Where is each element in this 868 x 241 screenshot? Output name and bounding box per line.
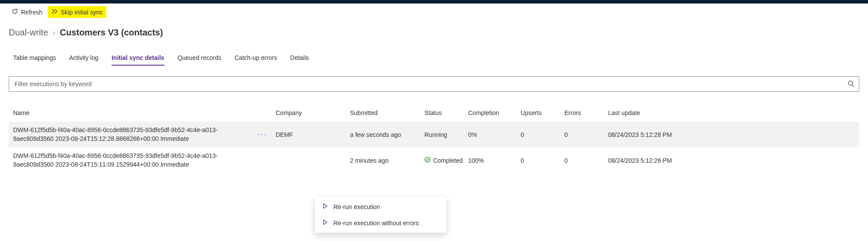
col-completion[interactable]: Completion <box>468 109 521 116</box>
app-top-bar <box>0 0 868 3</box>
filter-input[interactable] <box>14 80 844 88</box>
row-actions-button[interactable]: ··· <box>249 130 276 139</box>
cell-errors: 0 <box>564 157 608 164</box>
col-submitted[interactable]: Submitted <box>350 109 424 116</box>
skip-initial-sync-button[interactable]: Skip initial sync <box>48 6 106 18</box>
refresh-button[interactable]: Refresh <box>8 6 46 18</box>
breadcrumb: Dual-write › Customers V3 (contacts) <box>0 20 868 39</box>
cell-upserts: 0 <box>521 131 564 138</box>
cell-submitted: 2 minutes ago <box>350 157 424 164</box>
status-text: Completed <box>433 157 463 164</box>
refresh-icon <box>11 8 18 16</box>
breadcrumb-current: Customers V3 (contacts) <box>60 28 163 38</box>
tab-initial-sync-details[interactable]: Initial sync details <box>112 52 164 66</box>
tab-activity-log[interactable]: Activity log <box>69 52 98 66</box>
cell-company: DEMF <box>276 131 350 138</box>
cell-status: Completed <box>424 157 468 164</box>
breadcrumb-separator: › <box>52 28 56 38</box>
tab-details[interactable]: Details <box>290 52 309 66</box>
skip-label: Skip initial sync <box>61 9 103 16</box>
table-row[interactable]: DWM-612f5d5b-f40a-40ac-8956-0ccde8863735… <box>9 122 859 147</box>
col-errors[interactable]: Errors <box>564 109 608 116</box>
cell-last-update: 08/24/2023 5:12:26 PM <box>608 157 696 164</box>
cell-errors: 0 <box>564 131 608 138</box>
table-row[interactable]: DWM-612f5d5b-f40a-40ac-8956-0ccde8863735… <box>9 147 859 173</box>
search-icon <box>847 80 854 88</box>
fast-forward-icon <box>51 8 58 16</box>
col-name[interactable]: Name <box>13 109 249 116</box>
breadcrumb-parent[interactable]: Dual-write <box>9 28 48 38</box>
cell-last-update: 08/24/2023 5:12:28 PM <box>608 131 696 138</box>
refresh-label: Refresh <box>21 9 42 16</box>
cell-submitted: a few seconds ago <box>350 131 424 138</box>
tab-table-mappings[interactable]: Table mappings <box>13 52 56 66</box>
col-last-update[interactable]: Last update <box>608 109 696 116</box>
tab-catchup-errors[interactable]: Catch-up errors <box>234 52 277 66</box>
table-header: Name Company Submitted Status Completion… <box>9 106 859 122</box>
cell-completion: 100% <box>468 157 521 164</box>
filter-area <box>0 66 868 92</box>
col-upserts[interactable]: Upserts <box>521 109 564 116</box>
filter-box[interactable] <box>9 76 859 92</box>
col-company[interactable]: Company <box>276 109 350 116</box>
cell-status: Running <box>424 131 468 138</box>
cell-name: DWM-612f5d5b-f40a-40ac-8956-0ccde8863735… <box>13 126 249 143</box>
check-circle-icon <box>424 157 430 164</box>
col-status[interactable]: Status <box>424 109 468 116</box>
command-bar: Refresh Skip initial sync <box>0 3 868 20</box>
executions-table: Name Company Submitted Status Completion… <box>0 92 868 173</box>
tab-bar: Table mappings Activity log Initial sync… <box>0 39 868 66</box>
tab-queued-records[interactable]: Queued records <box>178 52 221 66</box>
cell-upserts: 0 <box>521 157 564 164</box>
svg-point-0 <box>848 81 853 85</box>
cell-completion: 0% <box>468 131 521 138</box>
cell-name: DWM-612f5d5b-f40a-40ac-8956-0ccde8863735… <box>13 152 249 169</box>
status-text: Running <box>424 131 447 138</box>
